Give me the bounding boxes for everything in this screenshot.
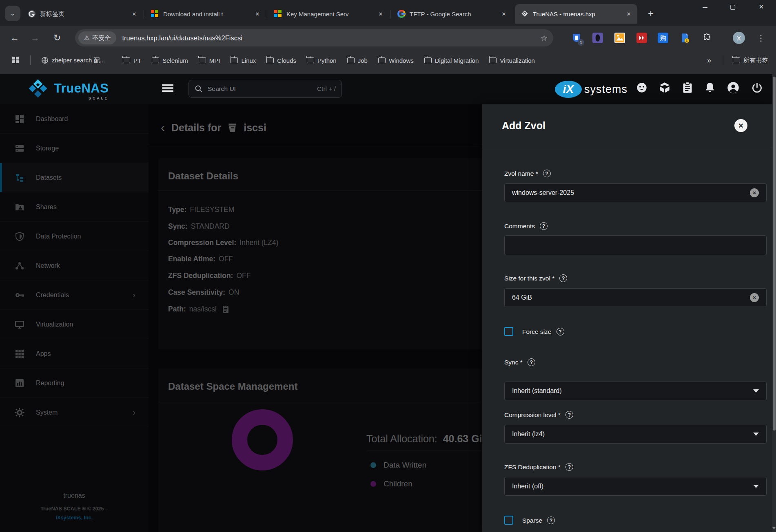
sparse-checkbox[interactable] [504, 516, 513, 525]
bookmark-folder-mpi[interactable]: MPI [199, 57, 220, 64]
brand-text: TrueNAS [54, 81, 109, 95]
alerts-bell-icon[interactable] [701, 78, 719, 97]
help-icon[interactable] [528, 358, 535, 366]
bookmark-folder-linux[interactable]: Linux [231, 57, 256, 64]
clear-input-icon[interactable] [750, 188, 759, 197]
comments-input[interactable] [504, 235, 767, 255]
tab-title: TrueNAS - truenas.hxp [533, 11, 624, 18]
compression-select[interactable]: Inherit (lz4) [504, 425, 767, 444]
panel-title: Add Zvol [502, 120, 545, 132]
bookmark-folder-clouds[interactable]: Clouds [266, 57, 296, 64]
extensions-puzzle-icon[interactable] [700, 31, 714, 45]
tab-separator [267, 10, 267, 19]
zvol-name-input[interactable]: windows-server-2025 [504, 183, 767, 202]
reload-button[interactable]: ↻ [49, 30, 65, 46]
bookmark-folder-virtualization[interactable]: Virtualization [489, 57, 535, 64]
tab-separator [390, 10, 390, 19]
forward-button[interactable]: → [27, 30, 43, 46]
security-chip[interactable]: ⚠ 不安全 [78, 31, 116, 44]
panel-scrollbar[interactable] [772, 74, 776, 532]
bookmark-folder-selenium[interactable]: Selenium [152, 57, 188, 64]
comments-label: Comments [504, 222, 548, 230]
clear-input-icon[interactable] [750, 293, 759, 302]
scroll-down-arrow[interactable] [772, 527, 776, 530]
tab-tftp-search[interactable]: TFTP - Google Search ✕ [392, 4, 512, 24]
panel-close-button[interactable] [734, 119, 747, 132]
address-bar[interactable]: ⚠ 不安全 truenas.hxp.lan/ui/datasets/nas%2F… [75, 29, 553, 46]
tab-close-icon[interactable]: ✕ [624, 9, 633, 18]
hamburger-menu-icon[interactable] [161, 83, 175, 95]
help-icon[interactable] [540, 222, 548, 230]
tab-close-icon[interactable]: ✕ [130, 9, 139, 18]
tab-close-icon[interactable]: ✕ [253, 9, 262, 18]
microsoft-logo-icon [274, 10, 282, 18]
apps-grid-icon[interactable] [11, 56, 20, 65]
feedback-smiley-icon[interactable] [632, 78, 651, 97]
compression-label: Compression level * [504, 411, 573, 419]
tab-key-management[interactable]: Key Management Serv ✕ [268, 4, 389, 24]
ext-badge: 1 [578, 39, 584, 46]
ixsystems-logo: iX systems [555, 81, 627, 98]
bookmark-folder-digital-migration[interactable]: Digital Migration [424, 57, 479, 64]
scrollbar-thumb[interactable] [773, 77, 776, 430]
tab-title: TFTP - Google Search [410, 11, 499, 18]
tab-close-icon[interactable]: ✕ [376, 9, 385, 18]
window-minimize-button[interactable]: – [696, 0, 714, 14]
tab-title: 新标签页 [40, 10, 130, 18]
browser-logo-icon [28, 10, 36, 18]
tab-truenas-active[interactable]: TrueNAS - truenas.hxp ✕ [515, 4, 637, 24]
bookmark-folder-job[interactable]: Job [347, 57, 368, 64]
url-text[interactable]: truenas.hxp.lan/ui/datasets/nas%2Fiscsi [122, 34, 541, 42]
ext-password-icon[interactable]: 1 [570, 31, 583, 45]
sync-select[interactable]: Inherit (standard) [504, 382, 767, 400]
modal-dim-overlay[interactable] [0, 104, 482, 532]
bookmark-star-icon[interactable]: ☆ [541, 33, 548, 43]
google-logo-icon [397, 10, 406, 18]
dedup-label: ZFS Deduplication * [504, 463, 573, 471]
bookmark-folder-windows[interactable]: Windows [378, 57, 414, 64]
window-maximize-button[interactable]: ▢ [723, 0, 742, 14]
dedup-select[interactable]: Inherit (off) [504, 477, 767, 496]
help-icon[interactable] [559, 274, 567, 282]
tab-search-button[interactable]: ⌄ [5, 6, 20, 21]
bookmarks-separator [30, 55, 31, 65]
browser-menu-icon[interactable]: ⋮ [754, 31, 768, 45]
chevron-down-icon [753, 389, 759, 393]
help-icon[interactable] [557, 328, 564, 336]
size-input[interactable]: 64 GiB [504, 288, 767, 307]
back-button[interactable]: ← [7, 30, 23, 46]
brand-sub-text: SCALE [89, 96, 109, 100]
help-icon[interactable] [565, 411, 573, 419]
profile-initial: X [733, 32, 745, 44]
force-size-checkbox[interactable] [504, 327, 513, 336]
tab-new-tab[interactable]: 新标签页 ✕ [22, 4, 143, 24]
ext-fastforward-icon[interactable] [635, 31, 649, 45]
truenas-logo[interactable]: TrueNAS SCALE [27, 78, 109, 99]
account-icon[interactable] [724, 78, 743, 97]
search-input[interactable]: Search UI Ctrl + / [188, 80, 342, 98]
bookmark-zhelper[interactable]: zhelper search 配... [41, 57, 105, 64]
ext-image-icon[interactable] [613, 31, 627, 45]
microsoft-logo-icon [151, 10, 159, 18]
truenas-header: TrueNAS SCALE Search UI Ctrl + / iX syst… [0, 74, 776, 104]
jobs-clipboard-icon[interactable] [678, 78, 697, 97]
ext-doc-download-icon[interactable] [678, 31, 692, 45]
help-icon[interactable] [543, 170, 551, 177]
bookmark-folder-pt[interactable]: PT [123, 57, 141, 64]
ext-purple-icon[interactable] [591, 31, 605, 45]
help-icon[interactable] [565, 463, 573, 471]
truecommand-icon[interactable] [655, 78, 674, 97]
new-tab-button[interactable]: + [644, 7, 658, 20]
ext-shop-icon[interactable]: 购 [656, 31, 670, 45]
help-icon[interactable] [547, 517, 555, 524]
power-icon[interactable] [747, 78, 766, 97]
sparse-label: Sparse [522, 517, 555, 524]
profile-avatar[interactable]: X [732, 31, 746, 45]
tab-download-install[interactable]: Download and install t ✕ [145, 4, 266, 24]
all-bookmarks-folder[interactable]: 所有书签 [733, 57, 768, 64]
bookmark-folder-python[interactable]: Python [307, 57, 337, 64]
ix-logo-mark: iX [555, 81, 582, 98]
tab-close-icon[interactable]: ✕ [499, 9, 508, 18]
bookmarks-overflow-chevron[interactable]: » [707, 56, 711, 65]
window-close-button[interactable]: ✕ [752, 0, 771, 14]
